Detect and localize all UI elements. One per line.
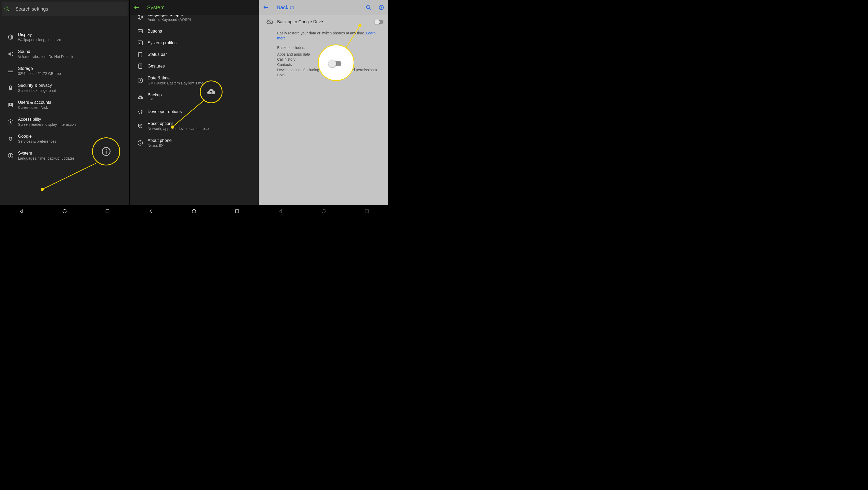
page-title: System bbox=[147, 4, 165, 10]
settings-row-users-accounts[interactable]: Users & accounts Current user: Nick bbox=[0, 96, 129, 113]
nav-bar bbox=[0, 205, 129, 218]
nav-back-icon[interactable] bbox=[148, 208, 154, 214]
include-item: Call history bbox=[277, 57, 384, 62]
row-subtitle: Languages, time, backup, updates bbox=[18, 156, 125, 160]
settings-row-system[interactable]: System Languages, time, backup, updates bbox=[0, 147, 129, 164]
svg-rect-32 bbox=[139, 52, 142, 53]
backup-settings-panel: Backup Back up to Google Drive Easily re… bbox=[259, 0, 388, 218]
row-label: System profiles bbox=[148, 40, 255, 45]
settings-row-buttons[interactable]: Fn Buttons bbox=[130, 25, 259, 37]
google-icon: G bbox=[3, 135, 18, 142]
toggle-label: Back up to Google Drive bbox=[277, 20, 374, 24]
row-label: System bbox=[18, 151, 125, 156]
svg-point-30 bbox=[141, 43, 141, 44]
settings-row-languages-input[interactable]: Languages & input Android Keyboard (AOSP… bbox=[130, 15, 259, 25]
row-subtitle: Off bbox=[148, 98, 255, 102]
svg-rect-7 bbox=[9, 88, 12, 90]
settings-row-sound[interactable]: Sound Volume, vibration, Do Not Disturb bbox=[0, 45, 129, 62]
row-subtitle: Volume, vibration, Do Not Disturb bbox=[18, 55, 125, 59]
svg-point-9 bbox=[10, 103, 11, 105]
row-label: Reset options bbox=[148, 121, 255, 126]
include-item: SMS bbox=[277, 72, 384, 78]
backup-toggle-row[interactable]: Back up to Google Drive bbox=[259, 15, 388, 29]
settings-row-accessibility[interactable]: Accessibility Screen readers, display, i… bbox=[0, 113, 129, 130]
nav-back-icon[interactable] bbox=[18, 208, 25, 214]
svg-point-39 bbox=[192, 209, 196, 213]
includes-heading: Backup includes: bbox=[259, 41, 388, 51]
row-subtitle: Network, apps, or device can be reset bbox=[148, 126, 255, 131]
system-list: Languages & input Android Keyboard (AOSP… bbox=[130, 15, 259, 205]
desc-text: Easily restore your data or switch phone… bbox=[277, 31, 366, 35]
cloud-off-icon bbox=[262, 19, 277, 25]
row-label: About phone bbox=[148, 138, 255, 143]
fn-icon: Fn bbox=[133, 28, 148, 34]
include-item: Apps and apps data bbox=[277, 52, 384, 57]
sound-icon bbox=[3, 51, 18, 57]
page-title: Backup bbox=[277, 4, 294, 10]
svg-point-0 bbox=[5, 7, 8, 10]
svg-point-27 bbox=[139, 42, 140, 42]
svg-point-38 bbox=[140, 141, 140, 142]
row-label: Sound bbox=[18, 49, 125, 54]
cloudup-icon bbox=[133, 94, 148, 100]
settings-row-system-profiles[interactable]: System profiles bbox=[130, 37, 259, 49]
settings-row-security-privacy[interactable]: Security & privacy Screen lock, fingerpr… bbox=[0, 80, 129, 96]
nav-bar bbox=[130, 205, 259, 218]
nav-recent-icon[interactable] bbox=[234, 208, 240, 214]
row-label: Languages & input bbox=[148, 15, 255, 17]
svg-point-34 bbox=[140, 68, 141, 68]
row-label: Developer options bbox=[148, 109, 255, 114]
nav-recent-icon[interactable] bbox=[104, 208, 111, 214]
row-label: Date & time bbox=[148, 76, 255, 81]
row-label: Google bbox=[18, 134, 125, 139]
users-icon bbox=[3, 102, 18, 108]
display-icon bbox=[3, 34, 18, 40]
search-settings-bar[interactable]: Search settings bbox=[2, 2, 128, 17]
svg-rect-48 bbox=[365, 210, 368, 213]
nav-home-icon[interactable] bbox=[320, 208, 327, 214]
backup-description: Easily restore your data or switch phone… bbox=[259, 29, 388, 41]
search-icon[interactable] bbox=[366, 4, 372, 10]
settings-row-developer-options[interactable]: Developer options bbox=[130, 106, 259, 118]
back-arrow-icon[interactable] bbox=[133, 4, 140, 10]
nav-home-icon[interactable] bbox=[61, 208, 68, 214]
row-label: Accessibility bbox=[18, 117, 125, 122]
row-subtitle: Services & preferences bbox=[18, 139, 125, 144]
nav-home-icon[interactable] bbox=[191, 208, 197, 214]
system-settings-panel: System Languages & input Android Keyboar… bbox=[130, 0, 259, 218]
help-icon[interactable] bbox=[378, 4, 384, 10]
row-label: Security & privacy bbox=[18, 83, 125, 88]
search-placeholder: Search settings bbox=[16, 6, 48, 12]
settings-row-status-bar[interactable]: Status bar bbox=[130, 49, 259, 60]
row-subtitle: Android Keyboard (AOSP) bbox=[148, 18, 255, 22]
svg-rect-16 bbox=[106, 210, 109, 213]
row-label: Backup bbox=[148, 93, 255, 97]
settings-row-storage[interactable]: Storage 32% used - 21.72 GB free bbox=[0, 62, 129, 80]
nav-recent-icon[interactable] bbox=[364, 208, 370, 214]
topbar-system: System bbox=[130, 0, 259, 15]
settings-row-display[interactable]: Display Wallpaper, sleep, font size bbox=[0, 29, 129, 45]
svg-point-42 bbox=[367, 5, 370, 9]
settings-row-reset-options[interactable]: Reset options Network, apps, or device c… bbox=[130, 118, 259, 134]
row-subtitle: Nexus 5X bbox=[148, 144, 255, 148]
row-label: Users & accounts bbox=[18, 100, 125, 105]
svg-point-29 bbox=[139, 43, 140, 44]
profiles-icon bbox=[133, 40, 148, 46]
svg-point-47 bbox=[322, 209, 325, 213]
statusbar-icon bbox=[133, 51, 148, 58]
accessibility-icon bbox=[3, 119, 18, 125]
storage-icon bbox=[3, 68, 18, 74]
settings-row-backup[interactable]: Backup Off bbox=[130, 89, 259, 106]
row-subtitle: GMT-04:00 Eastern Daylight Time bbox=[148, 81, 255, 85]
row-label: Storage bbox=[18, 66, 125, 71]
settings-row-google[interactable]: G Google Services & preferences bbox=[0, 130, 129, 147]
back-arrow-icon[interactable] bbox=[263, 4, 269, 10]
settings-row-about-phone[interactable]: About phone Nexus 5X bbox=[130, 134, 259, 151]
settings-row-gestures[interactable]: Gestures bbox=[130, 60, 259, 72]
clock-icon bbox=[133, 77, 148, 84]
settings-row-date-time[interactable]: Date & time GMT-04:00 Eastern Daylight T… bbox=[130, 72, 259, 89]
nav-back-icon[interactable] bbox=[278, 208, 284, 214]
row-label: Buttons bbox=[148, 29, 255, 34]
row-label: Display bbox=[18, 32, 125, 37]
backup-toggle[interactable] bbox=[374, 19, 384, 25]
